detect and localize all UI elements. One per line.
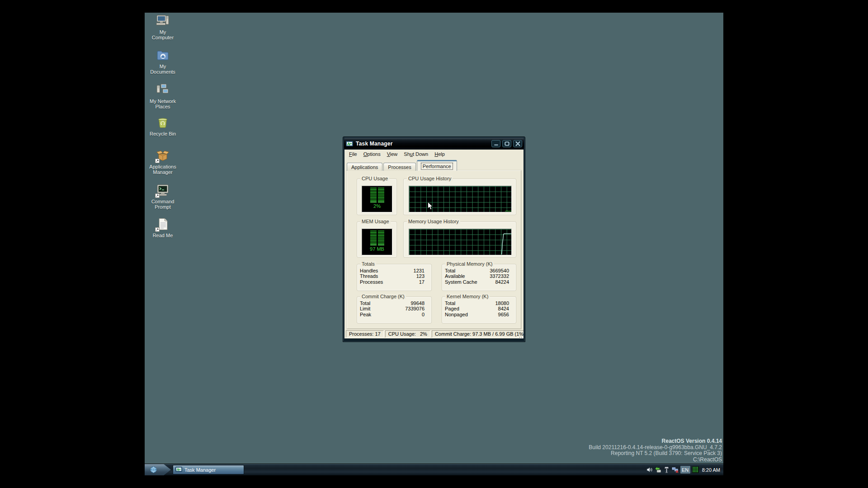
- status-cpu-usage: CPU Usage: 2%: [385, 330, 430, 338]
- tab-applications[interactable]: Applications: [347, 163, 382, 171]
- group-title: CPU Usage: [360, 176, 389, 181]
- led-segment: [370, 234, 377, 235]
- memory-history-line: [409, 229, 511, 255]
- desktop-icon-read-me[interactable]: Read Me: [146, 217, 180, 238]
- group-cpu-history: CPU Usage History: [403, 178, 516, 215]
- tab-label: Applications: [351, 164, 378, 170]
- group-physical-memory-k: Physical Memory (K)Total3669540Available…: [442, 264, 516, 291]
- led-row: [370, 243, 384, 244]
- led-segment: [370, 192, 377, 193]
- desktop-icon-label: My Network Places: [146, 99, 180, 109]
- shortcut-arrow-icon: [155, 159, 160, 163]
- desktop-icon-label: Recycle Bin: [146, 131, 180, 136]
- full-screenshot: My ComputerMy DocumentsMy Network Places…: [0, 0, 868, 488]
- desktop-icon-command-prompt[interactable]: Command Prompt: [146, 183, 180, 210]
- volume-icon[interactable]: [646, 466, 653, 473]
- led-segment: [370, 238, 377, 239]
- menu-bar: FileOptionsViewShut DownHelp: [344, 150, 524, 158]
- led-segment: [370, 200, 377, 201]
- task-manager-window: Task Manager FileOptionsViewShut DownHel…: [343, 136, 525, 342]
- stat-row: Total3669540: [445, 268, 509, 273]
- led-segment: [370, 191, 377, 192]
- led-segment: [378, 243, 384, 244]
- stat-label: Available: [445, 273, 465, 279]
- tab-processes[interactable]: Processes: [383, 163, 415, 171]
- group-title: Memory Usage History: [407, 219, 460, 224]
- resize-grip[interactable]: [518, 333, 523, 338]
- menu-view[interactable]: View: [384, 150, 401, 158]
- taskmgr-led-icon[interactable]: [692, 466, 699, 473]
- group-mem-usage: MEM Usage 97 MB: [357, 221, 397, 258]
- led-segment: [378, 241, 384, 242]
- desktop-icon-recycle-bin[interactable]: Recycle Bin: [146, 115, 180, 136]
- desktop-icon-applications-manager[interactable]: Applications Manager: [146, 148, 180, 175]
- desktop-icon-label: Command Prompt: [146, 199, 180, 210]
- led-row: [370, 244, 384, 245]
- tab-performance[interactable]: Performance: [417, 160, 457, 171]
- led-segment: [370, 189, 377, 190]
- close-button[interactable]: [513, 140, 522, 147]
- taskbar-clock[interactable]: 8:20 AM: [702, 467, 720, 473]
- desktop-icon-my-documents[interactable]: My Documents: [146, 48, 180, 75]
- mouse-cursor: [427, 202, 433, 211]
- stat-value: 123: [416, 273, 425, 279]
- stat-label: Nonpaged: [445, 312, 468, 317]
- stat-label: Paged: [445, 306, 459, 311]
- led-segment: [378, 188, 384, 188]
- performance-tab-page: CPU Usage 2% CPU Usage History: [347, 170, 521, 329]
- group-title: Commit Charge (K): [360, 294, 406, 299]
- desktop-icon-my-computer[interactable]: My Computer: [146, 14, 180, 40]
- network-offline-icon[interactable]: [672, 466, 679, 473]
- language-indicator[interactable]: EN: [680, 466, 690, 474]
- stat-label: Processes: [360, 279, 383, 285]
- window-titlebar[interactable]: Task Manager: [344, 138, 524, 150]
- system-tray: EN 8:20 AM: [646, 464, 723, 475]
- led-segment: [378, 189, 384, 190]
- led-segment: [370, 232, 377, 233]
- read-me-icon: [156, 217, 170, 231]
- version-line: ReactOS Version 0.4.14: [589, 438, 722, 445]
- start-button[interactable]: [145, 464, 171, 475]
- tab-strip: ApplicationsProcessesPerformance: [347, 162, 457, 171]
- stat-row: Total18080: [445, 300, 509, 306]
- menu-shut-down[interactable]: Shut Down: [401, 150, 431, 158]
- cpu-history-graph: [409, 186, 512, 212]
- led-segment: [378, 200, 384, 201]
- stat-row: Paged8424: [445, 306, 509, 311]
- led-segment: [370, 230, 377, 231]
- led-segment: [378, 202, 384, 202]
- led-row: [370, 239, 384, 240]
- shortcut-arrow-icon: [155, 193, 160, 198]
- menu-options[interactable]: Options: [360, 150, 384, 158]
- stat-value: 8424: [498, 306, 509, 311]
- stat-value: 0: [422, 312, 425, 317]
- minimize-button[interactable]: [491, 140, 500, 147]
- tab-label: Performance: [421, 163, 453, 169]
- desktop-icon-my-network-places[interactable]: My Network Places: [146, 83, 180, 109]
- recycle-bin-icon: [156, 115, 170, 130]
- led-segment: [378, 235, 384, 236]
- stat-value: 3372332: [490, 273, 509, 279]
- taskbar-task-manager-button[interactable]: Task Manager: [173, 465, 244, 474]
- taskbar-button-label: Task Manager: [184, 467, 216, 473]
- menu-file[interactable]: File: [346, 150, 360, 158]
- led-row: [370, 235, 384, 236]
- stat-label: Threads: [360, 273, 378, 279]
- led-row: [370, 189, 384, 190]
- group-memory-history: Memory Usage History: [403, 221, 516, 258]
- led-row: [370, 202, 384, 202]
- cpu-usage-gauge: 2%: [362, 186, 392, 212]
- maximize-button[interactable]: [502, 140, 511, 147]
- led-segment: [378, 194, 384, 195]
- led-row: [370, 200, 384, 201]
- stat-label: System Cache: [445, 279, 477, 285]
- menu-help[interactable]: Help: [431, 150, 448, 158]
- stat-label: Total: [445, 268, 455, 273]
- safely-remove-icon[interactable]: [655, 466, 661, 473]
- tools-icon[interactable]: [663, 466, 670, 473]
- led-segment: [370, 198, 377, 199]
- status-processes: Processes: 17: [346, 330, 384, 338]
- led-segment: [370, 244, 377, 245]
- applications-manager-icon: [156, 148, 170, 163]
- status-bar: Processes: 17 CPU Usage: 2% Commit Charg…: [344, 329, 524, 338]
